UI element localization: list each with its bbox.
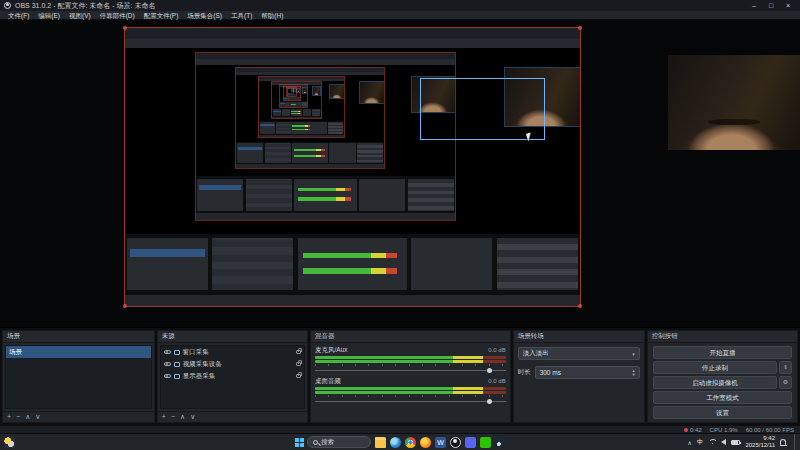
selection-handle[interactable] [123,26,127,30]
remove-source-button[interactable]: − [171,412,175,422]
search-label: 搜索 [321,438,334,447]
source-down-button[interactable]: ∨ [190,412,195,422]
show-desktop-button[interactable] [794,434,796,450]
volume-icon[interactable] [721,439,726,445]
windows-taskbar: 搜索 ∧ 中 9:42 2025/12/11 [0,433,800,450]
menu-docks[interactable]: 停靠部件(D) [96,11,139,20]
add-source-button[interactable]: + [162,412,166,422]
start-button[interactable] [295,438,299,442]
source-item[interactable]: 显示器采集 [161,370,304,382]
minimize-button[interactable]: – [746,1,762,11]
selection-handle[interactable] [578,26,582,30]
tray-expand-chevron-icon[interactable]: ∧ [688,439,692,446]
menu-edit[interactable]: 编辑(E) [34,11,64,20]
duration-label: 时长 [518,368,531,377]
virtual-camera-settings-button[interactable]: ⚙ [779,376,792,389]
word-app-icon[interactable] [435,437,446,448]
title-bar: OBS 31.0.2 - 配置文件: 未命名 - 场景: 未命名 – □ × [0,0,800,11]
channel-name: 麦克风/Aux [315,346,348,355]
webcam-source[interactable] [668,55,800,150]
source-up-button[interactable]: ∧ [180,412,185,422]
obs-taskbar-icon[interactable] [450,437,461,448]
source-selection-rect [420,78,545,140]
close-button[interactable]: × [780,1,796,11]
transitions-dock: 场景转场 淡入淡出 ▾ 时长 300 ms ▴▾ [513,330,645,423]
chrome-browser-icon[interactable] [405,437,416,448]
transitions-dock-title: 场景转场 [518,332,544,341]
recording-timer: 0:42 [684,427,702,433]
visibility-eye-icon[interactable] [164,350,171,355]
fps-counter: 60.00 / 60.00 FPS [746,427,794,433]
visibility-eye-icon[interactable] [164,362,171,367]
sources-toolbar: + − ∧ ∨ [158,411,307,422]
sources-dock: 来源 窗口采集 视频采集设备 [157,330,308,423]
discord-icon[interactable] [465,437,476,448]
volume-meter [315,391,506,394]
cpu-usage: CPU 1.9% [710,427,738,433]
scenes-list: 场景 [5,345,152,409]
scene-item[interactable]: 场景 [6,346,151,358]
studio-mode-button[interactable]: 工作室模式 [653,391,792,404]
display-capture-recursion[interactable] [125,28,580,306]
maximize-button[interactable]: □ [763,1,779,11]
selection-handle[interactable] [578,304,582,308]
duration-spinbox[interactable]: 300 ms ▴▾ [535,366,640,379]
file-explorer-icon[interactable] [375,437,386,448]
channel-db: 0.0 dB [488,347,505,353]
tray-clock[interactable]: 9:42 2025/12/11 [745,435,775,449]
pause-recording-button[interactable]: ‖ [779,361,792,374]
menu-tools[interactable]: 工具(T) [227,11,256,20]
menu-help[interactable]: 帮助(H) [257,11,287,20]
start-streaming-button[interactable]: 开始直播 [653,346,792,359]
menu-scene-collection[interactable]: 场景集合(S) [183,11,226,20]
notification-bell-icon[interactable] [780,439,786,445]
volume-slider[interactable] [315,399,506,404]
volume-slider[interactable] [315,368,506,373]
slider-knob[interactable] [487,399,492,404]
remove-scene-button[interactable]: − [16,412,20,422]
virtual-camera-button[interactable]: 启动虚拟摄像机 [653,376,777,389]
lock-icon[interactable] [296,362,301,366]
menu-file[interactable]: 文件(F) [4,11,33,20]
wifi-icon[interactable] [708,439,716,445]
scenes-dock-title: 场景 [7,332,20,341]
firefox-browser-icon[interactable] [420,437,431,448]
selection-handle[interactable] [123,304,127,308]
wechat-icon[interactable] [480,437,491,448]
controls-dock: 控制按钮 开始直播 停止录制 ‖ 启动虚拟摄像机 ⚙ 工作室模式 设置 [647,330,798,423]
steam-icon[interactable] [495,437,506,448]
tray-time: 9:42 [745,435,775,442]
scenes-toolbar: + − ∧ ∨ [3,411,154,422]
scene-up-button[interactable]: ∧ [25,412,30,422]
volume-meter [315,360,506,363]
ime-indicator[interactable]: 中 [697,438,704,447]
meter-scale [315,364,506,366]
settings-button[interactable]: 设置 [653,406,792,419]
controls-dock-header[interactable]: 控制按钮 [648,331,797,343]
mixer-dock-header[interactable]: 混音器 [311,331,510,343]
menu-view[interactable]: 视图(V) [65,11,95,20]
add-scene-button[interactable]: + [7,412,11,422]
edge-browser-icon[interactable] [390,437,401,448]
scene-down-button[interactable]: ∨ [35,412,40,422]
menu-profile[interactable]: 配置文件(P) [140,11,183,20]
obs-app-icon [4,2,11,9]
widgets-weather-icon[interactable] [4,437,15,448]
scenes-dock-header[interactable]: 场景 [3,331,154,343]
tray-date: 2025/12/11 [745,442,775,449]
slider-knob[interactable] [487,368,492,373]
lock-icon[interactable] [296,350,301,354]
taskbar-search[interactable]: 搜索 [307,436,371,448]
source-item[interactable]: 视频采集设备 [161,358,304,370]
sources-dock-header[interactable]: 来源 [158,331,307,343]
transition-select[interactable]: 淡入淡出 ▾ [518,347,640,360]
window-capture-icon [174,350,180,355]
lock-icon[interactable] [296,374,301,378]
stop-recording-button[interactable]: 停止录制 [653,361,777,374]
source-item[interactable]: 窗口采集 [161,346,304,358]
spin-arrows-icon[interactable]: ▴▾ [633,369,635,377]
transitions-dock-header[interactable]: 场景转场 [514,331,644,343]
window-title: OBS 31.0.2 - 配置文件: 未命名 - 场景: 未命名 [15,1,155,11]
visibility-eye-icon[interactable] [164,374,171,379]
battery-icon[interactable] [731,440,740,445]
